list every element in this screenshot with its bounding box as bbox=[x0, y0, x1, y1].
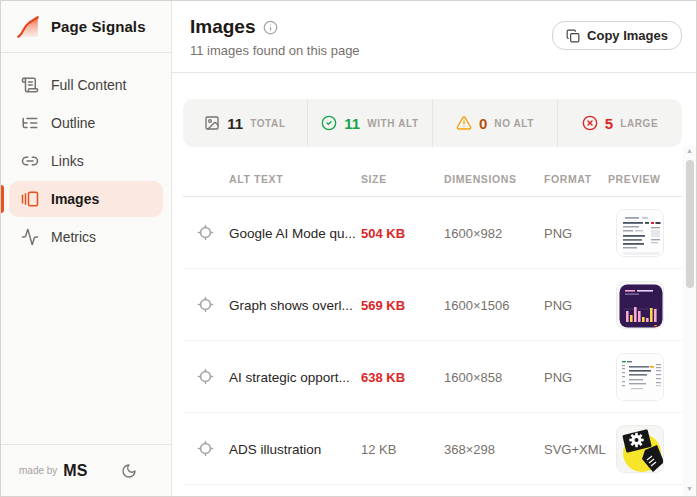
copy-icon bbox=[566, 29, 580, 43]
images-count-subtitle: 11 images found on this page bbox=[190, 43, 360, 58]
scrollbar-thumb[interactable] bbox=[686, 160, 694, 288]
stat-no-alt-value: 0 bbox=[479, 115, 487, 132]
sidebar-header: Page Signals bbox=[1, 1, 171, 53]
image-alt-text: Google AI Mode qu... bbox=[229, 226, 356, 241]
image-size: 12 KB bbox=[361, 442, 396, 457]
column-header-alt-text: ALT TEXT bbox=[229, 173, 361, 185]
theme-toggle-button[interactable] bbox=[121, 463, 137, 479]
locate-image-button[interactable] bbox=[197, 224, 214, 241]
stat-large-label: LARGE bbox=[620, 118, 658, 129]
locate-image-button[interactable] bbox=[197, 296, 214, 313]
image-dimensions: 1600×982 bbox=[444, 226, 502, 241]
preview-thumbnail[interactable] bbox=[616, 209, 664, 257]
images-content: 11 TOTAL 11 WITH ALT 0 NO ALT 5 LARGE bbox=[172, 73, 696, 496]
link-icon bbox=[21, 152, 39, 170]
made-by-label: made by bbox=[19, 465, 57, 476]
signal-chart-icon bbox=[15, 14, 41, 40]
image-size: 569 KB bbox=[361, 298, 405, 313]
image-alt-text: AI strategic opport... bbox=[229, 370, 350, 385]
stat-with-alt-value: 11 bbox=[344, 115, 360, 132]
page-title: Images bbox=[190, 16, 255, 38]
check-circle-icon bbox=[321, 115, 337, 131]
locate-image-button[interactable] bbox=[197, 368, 214, 385]
vertical-scrollbar[interactable]: ▲ ▼ bbox=[683, 146, 696, 496]
stat-large: 5 LARGE bbox=[557, 99, 682, 147]
copy-images-button[interactable]: Copy Images bbox=[552, 21, 682, 50]
locate-icon bbox=[197, 296, 214, 313]
scrollbar-track[interactable] bbox=[683, 158, 696, 484]
images-table: ALT TEXT SIZE DIMENSIONS FORMAT PREVIEW … bbox=[183, 161, 682, 485]
table-row[interactable]: ADS illustration 12 KB 368×298 SVG+XML bbox=[183, 413, 682, 485]
locate-icon bbox=[197, 368, 214, 385]
image-alt-text: Graph shows overl... bbox=[229, 298, 353, 313]
image-stats-bar: 11 TOTAL 11 WITH ALT 0 NO ALT 5 LARGE bbox=[183, 99, 682, 147]
list-tree-icon bbox=[21, 114, 39, 132]
table-row[interactable]: AI strategic opport... 638 KB 1600×858 P… bbox=[183, 341, 682, 413]
locate-image-button[interactable] bbox=[197, 440, 214, 457]
table-header-row: ALT TEXT SIZE DIMENSIONS FORMAT PREVIEW bbox=[183, 161, 682, 197]
page-signals-popup: Page Signals Full Content Outline Links … bbox=[0, 0, 697, 497]
image-dimensions: 1600×1506 bbox=[444, 298, 509, 313]
copy-images-label: Copy Images bbox=[587, 28, 668, 43]
sidebar-item-label: Full Content bbox=[51, 77, 126, 93]
image-format: PNG bbox=[544, 370, 572, 385]
sidebar-item-full-content[interactable]: Full Content bbox=[9, 67, 163, 103]
sidebar-item-outline[interactable]: Outline bbox=[9, 105, 163, 141]
stat-with-alt: 11 WITH ALT bbox=[307, 99, 432, 147]
app-title: Page Signals bbox=[51, 18, 146, 35]
image-format: PNG bbox=[544, 298, 572, 313]
stat-total: 11 TOTAL bbox=[183, 99, 307, 147]
sidebar-item-label: Outline bbox=[51, 115, 95, 131]
preview-thumbnail[interactable] bbox=[616, 281, 664, 329]
locate-icon bbox=[197, 224, 214, 241]
column-header-preview: PREVIEW bbox=[608, 173, 682, 185]
stat-total-value: 11 bbox=[227, 115, 243, 132]
image-size: 504 KB bbox=[361, 226, 405, 241]
sidebar-item-label: Links bbox=[51, 153, 84, 169]
image-dimensions: 368×298 bbox=[444, 442, 495, 457]
image-size: 638 KB bbox=[361, 370, 405, 385]
scroll-text-icon bbox=[21, 76, 39, 94]
main-panel: Images 11 images found on this page Copy… bbox=[172, 1, 696, 496]
moon-icon bbox=[121, 463, 137, 479]
alert-triangle-icon bbox=[456, 115, 472, 131]
sidebar-footer: made by MS bbox=[1, 444, 171, 496]
sidebar-item-label: Metrics bbox=[51, 229, 96, 245]
stat-large-value: 5 bbox=[605, 115, 613, 132]
sidebar-item-links[interactable]: Links bbox=[9, 143, 163, 179]
image-format: PNG bbox=[544, 226, 572, 241]
sidebar-item-label: Images bbox=[51, 191, 99, 207]
gallery-icon bbox=[21, 190, 39, 208]
author-initials: MS bbox=[63, 462, 87, 480]
stat-no-alt: 0 NO ALT bbox=[432, 99, 557, 147]
sidebar: Page Signals Full Content Outline Links … bbox=[1, 1, 172, 496]
column-header-size: SIZE bbox=[361, 173, 444, 185]
image-format: SVG+XML bbox=[544, 442, 606, 457]
table-row[interactable]: Google AI Mode qu... 504 KB 1600×982 PNG bbox=[183, 197, 682, 269]
info-icon[interactable] bbox=[263, 20, 278, 35]
stat-no-alt-label: NO ALT bbox=[494, 118, 534, 129]
stat-total-label: TOTAL bbox=[250, 118, 285, 129]
stat-with-alt-label: WITH ALT bbox=[367, 118, 418, 129]
sidebar-nav: Full Content Outline Links Images Metric… bbox=[1, 53, 171, 444]
preview-thumbnail[interactable] bbox=[616, 425, 664, 473]
column-header-dimensions: DIMENSIONS bbox=[444, 173, 544, 185]
image-icon bbox=[204, 115, 220, 131]
x-circle-icon bbox=[582, 115, 598, 131]
locate-icon bbox=[197, 440, 214, 457]
image-dimensions: 1600×858 bbox=[444, 370, 502, 385]
table-row[interactable]: Graph shows overl... 569 KB 1600×1506 PN… bbox=[183, 269, 682, 341]
scroll-up-arrow-icon[interactable]: ▲ bbox=[686, 146, 693, 158]
image-alt-text: ADS illustration bbox=[229, 442, 321, 457]
activity-icon bbox=[21, 228, 39, 246]
column-header-format: FORMAT bbox=[544, 173, 608, 185]
preview-thumbnail[interactable] bbox=[616, 353, 664, 401]
sidebar-item-metrics[interactable]: Metrics bbox=[9, 219, 163, 255]
sidebar-item-images[interactable]: Images bbox=[9, 181, 163, 217]
main-header: Images 11 images found on this page Copy… bbox=[172, 1, 696, 73]
scroll-down-arrow-icon[interactable]: ▼ bbox=[686, 484, 693, 496]
